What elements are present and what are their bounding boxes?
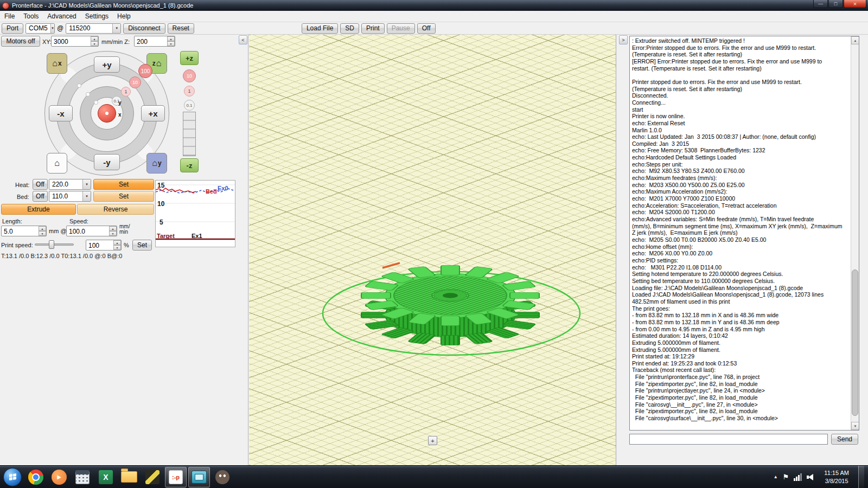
send-button[interactable]: Send [831,434,858,445]
minimize-button[interactable]: — [813,0,828,8]
chevron-down-icon[interactable]: ▼ [50,24,54,33]
jog-plus-z-button[interactable]: +z [180,51,199,65]
menu-item[interactable]: Help [113,11,135,21]
action-center-flag-icon[interactable]: ⚑ [783,473,789,481]
tray-expand-icon[interactable]: ▲ [774,474,778,479]
log-line: (mm/s), B=minimum segment time (ms), X=m… [632,223,849,230]
scrollbar-thumb[interactable] [852,269,858,416]
z-step-badge-1[interactable]: 1 [184,86,195,97]
log-line: echo: Last Updated: Jan 3 2015 00:08:37 … [632,133,849,140]
jog-minus-x-button[interactable]: -x [49,105,73,121]
print-button[interactable]: Print [361,23,385,34]
taskbar-item-image-editor[interactable] [212,467,233,487]
show-desktop-button[interactable] [858,466,864,488]
taskbar-item-slicer[interactable] [142,467,163,487]
print-speed-input[interactable]: 100 ▲▼ [86,240,122,251]
gcode-viewport[interactable]: + [249,35,616,465]
log-line: Disconnected. [632,92,849,99]
heat-off-button[interactable]: Off [33,179,48,190]
home-y-button[interactable]: ⌂ y [146,153,167,174]
slider-track[interactable] [35,243,74,246]
xy-feedrate-input[interactable]: 3000 ▲▼ [51,36,99,47]
heat-temp-select[interactable]: 220.0 ▼ [49,179,91,190]
spinner-arrows[interactable]: ▲▼ [109,226,117,236]
log-scrollbar[interactable]: ▲ ▼ [851,36,859,430]
heat-set-button[interactable]: Set [93,179,154,190]
collapse-log-panel-button[interactable]: > [619,35,628,44]
close-button[interactable]: × [844,0,866,8]
print-speed-set-button[interactable]: Set [132,240,152,251]
title-bar[interactable]: Pronterface - J:\CAD Models\Galilean Moo… [0,0,868,11]
jog-minus-z-button[interactable]: -z [180,158,199,172]
start-button[interactable] [2,467,23,487]
menu-item[interactable]: Tools [19,11,43,21]
jog-step-badge-1[interactable]: 1 [121,87,131,97]
bed-set-button[interactable]: Set [93,191,154,202]
image-editor-icon [215,470,229,484]
jog-pad[interactable]: +y -y -x +x ⌂ x z ⌂ ⌂ ⌂ y 100 10 1 0.1 [43,50,170,177]
taskbar-clock[interactable]: 11:15 AM 3/8/2015 [820,469,853,485]
menu-item[interactable]: File [0,11,19,21]
z-step-bar[interactable] [183,112,196,156]
port-button[interactable]: Port [2,23,23,34]
disconnect-button[interactable]: Disconnect [123,23,165,34]
z-feedrate-input[interactable]: 200 ▲▼ [134,36,175,47]
menu-item[interactable]: Settings [81,11,113,21]
taskbar-item-spreadsheet[interactable]: X [95,467,117,487]
slider-thumb[interactable] [49,240,54,249]
maximize-button[interactable]: □ [828,0,843,8]
sd-button[interactable]: SD [340,23,359,34]
reset-button[interactable]: Reset [168,23,194,34]
jog-step-badge-10[interactable]: 10 [129,76,141,88]
jog-center-button[interactable] [98,104,116,123]
collapse-left-panel-button[interactable]: < [239,35,247,44]
log-line: echo:PID settings: [632,257,849,264]
z-step-badge-01[interactable]: 0.1 [184,100,195,111]
chevron-down-icon[interactable]: ▼ [82,191,91,201]
scroll-up-icon[interactable]: ▲ [851,36,859,44]
taskbar-item-pronterface[interactable]: :-p [165,467,187,487]
volume-icon[interactable] [807,473,815,480]
jog-step-badge-100[interactable]: 100 [138,64,152,78]
port-select[interactable]: COM5 ▼ [25,23,55,34]
log-line: File "cairosvg\surface\__init__.pyc", li… [632,415,849,422]
taskbar-item-printer-view[interactable] [188,467,210,487]
taskbar-item-media-player[interactable]: ▶ [48,467,70,487]
baud-select[interactable]: 115200 ▼ [66,23,121,34]
spinner-arrows[interactable]: ▲▼ [167,36,175,46]
z-step-badge-10[interactable]: 10 [183,69,196,82]
scroll-down-icon[interactable]: ▼ [851,422,859,430]
off-button[interactable]: Off [417,23,436,34]
taskbar-item-browser[interactable] [25,467,47,487]
command-input[interactable] [629,434,828,445]
spinner-arrows[interactable]: ▲▼ [113,240,121,250]
bed-off-button[interactable]: Off [33,191,48,202]
chevron-down-icon[interactable]: ▼ [82,179,91,189]
chevron-down-icon[interactable]: ▼ [112,24,120,33]
viewport-zoom-button[interactable]: + [428,436,437,445]
spinner-arrows[interactable]: ▲▼ [39,226,46,236]
print-speed-slider[interactable] [35,240,74,249]
taskbar-item-calculator[interactable] [72,467,93,487]
home-icon: ⌂ [54,158,60,168]
menu-item[interactable]: Advanced [43,11,80,21]
home-x-button[interactable]: ⌂ x [47,53,67,74]
calculator-icon [75,470,90,484]
extrude-speed-input[interactable]: 100.0 ▲▼ [66,226,117,236]
jog-plus-x-button[interactable]: +x [141,105,165,121]
home-all-button[interactable]: ⌂ [47,153,67,174]
spin-down-icon: ▼ [113,245,121,250]
motors-off-button[interactable]: Motors off [1,36,40,47]
jog-plus-y-button[interactable]: +y [94,56,120,73]
log-output[interactable]: : Extruder switched off. MINTEMP trigger… [629,36,859,431]
reverse-button[interactable]: Reverse [77,204,154,215]
jog-minus-y-button[interactable]: -y [94,154,120,170]
load-file-button[interactable]: Load File [302,23,338,34]
extrude-button[interactable]: Extrude [1,204,76,215]
bed-temp-select[interactable]: 110.0 ▼ [49,191,91,202]
spinner-arrows[interactable]: ▲▼ [91,36,98,46]
extrude-length-input[interactable]: 5.0 ▲▼ [1,226,47,236]
network-icon[interactable] [794,473,802,481]
log-line: : Extruder switched off. MINTEMP trigger… [632,37,849,44]
taskbar-item-file-explorer[interactable] [118,467,140,487]
